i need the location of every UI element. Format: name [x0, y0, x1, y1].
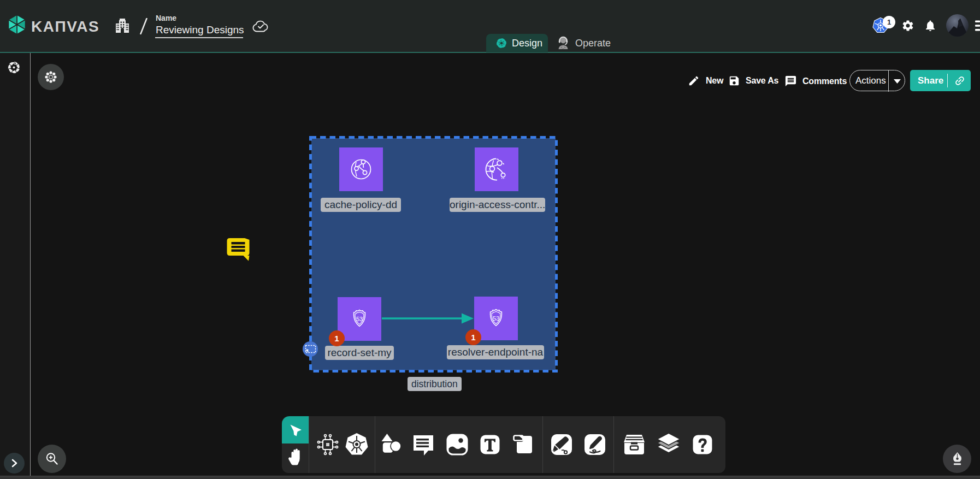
svg-text:53: 53 [356, 316, 363, 322]
svg-text:53: 53 [493, 315, 499, 322]
